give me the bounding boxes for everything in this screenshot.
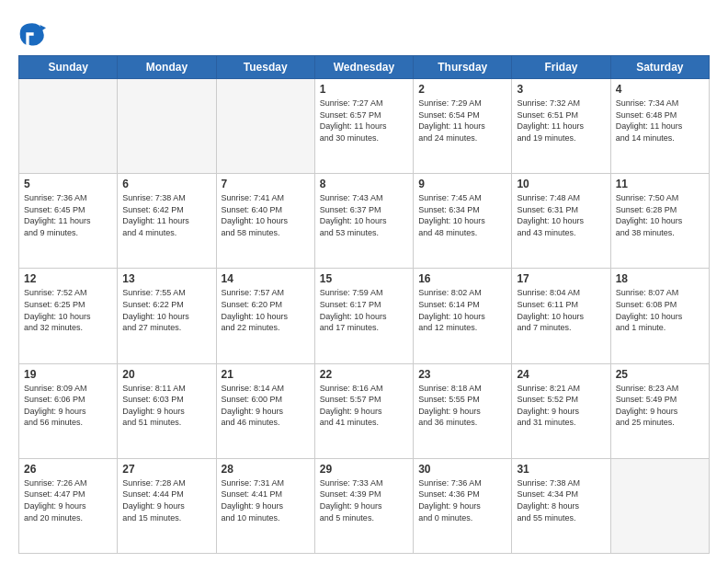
day-number: 12 xyxy=(24,272,112,285)
day-number: 29 xyxy=(320,463,408,476)
weekday-saturday: Saturday xyxy=(610,56,709,79)
day-info: Sunrise: 7:45 AM Sunset: 6:34 PM Dayligh… xyxy=(418,192,506,238)
day-info: Sunrise: 8:18 AM Sunset: 5:55 PM Dayligh… xyxy=(418,383,506,429)
calendar-week-3: 12Sunrise: 7:52 AM Sunset: 6:25 PM Dayli… xyxy=(19,269,710,363)
header xyxy=(18,17,710,48)
day-info: Sunrise: 7:36 AM Sunset: 4:36 PM Dayligh… xyxy=(418,477,506,523)
day-number: 6 xyxy=(122,178,210,190)
day-number: 23 xyxy=(418,368,506,381)
day-info: Sunrise: 7:32 AM Sunset: 6:51 PM Dayligh… xyxy=(517,98,605,144)
day-number: 4 xyxy=(616,83,704,96)
day-number: 15 xyxy=(320,272,408,285)
calendar-cell xyxy=(19,79,118,174)
page: SundayMondayTuesdayWednesdayThursdayFrid… xyxy=(0,0,728,563)
calendar-cell: 22Sunrise: 8:16 AM Sunset: 5:57 PM Dayli… xyxy=(314,363,413,458)
calendar-cell: 24Sunrise: 8:21 AM Sunset: 5:52 PM Dayli… xyxy=(512,363,610,458)
calendar-cell: 4Sunrise: 7:34 AM Sunset: 6:48 PM Daylig… xyxy=(610,79,709,174)
calendar-cell: 14Sunrise: 7:57 AM Sunset: 6:20 PM Dayli… xyxy=(216,269,314,363)
calendar-cell: 28Sunrise: 7:31 AM Sunset: 4:41 PM Dayli… xyxy=(216,458,314,553)
calendar-cell: 16Sunrise: 8:02 AM Sunset: 6:14 PM Dayli… xyxy=(414,269,512,363)
calendar-cell: 27Sunrise: 7:28 AM Sunset: 4:44 PM Dayli… xyxy=(118,458,216,553)
day-number: 10 xyxy=(517,178,605,190)
weekday-thursday: Thursday xyxy=(414,56,512,79)
day-number: 14 xyxy=(222,272,310,285)
day-info: Sunrise: 7:34 AM Sunset: 6:48 PM Dayligh… xyxy=(616,98,704,144)
calendar-cell: 6Sunrise: 7:38 AM Sunset: 6:42 PM Daylig… xyxy=(118,174,216,269)
day-info: Sunrise: 8:04 AM Sunset: 6:11 PM Dayligh… xyxy=(517,287,605,333)
day-info: Sunrise: 7:28 AM Sunset: 4:44 PM Dayligh… xyxy=(122,477,210,523)
calendar-cell xyxy=(118,79,216,174)
calendar-cell: 10Sunrise: 7:48 AM Sunset: 6:31 PM Dayli… xyxy=(512,174,610,269)
day-number: 25 xyxy=(616,368,704,381)
calendar-cell: 21Sunrise: 8:14 AM Sunset: 6:00 PM Dayli… xyxy=(216,363,314,458)
calendar-cell: 17Sunrise: 8:04 AM Sunset: 6:11 PM Dayli… xyxy=(512,269,610,363)
day-info: Sunrise: 8:14 AM Sunset: 6:00 PM Dayligh… xyxy=(222,383,310,429)
day-info: Sunrise: 7:27 AM Sunset: 6:57 PM Dayligh… xyxy=(320,98,408,144)
calendar-cell: 11Sunrise: 7:50 AM Sunset: 6:28 PM Dayli… xyxy=(610,174,709,269)
day-number: 31 xyxy=(517,463,605,476)
calendar-cell: 1Sunrise: 7:27 AM Sunset: 6:57 PM Daylig… xyxy=(314,79,413,174)
day-number: 9 xyxy=(418,178,506,190)
calendar-week-5: 26Sunrise: 7:26 AM Sunset: 4:47 PM Dayli… xyxy=(19,458,710,553)
day-number: 16 xyxy=(418,272,506,285)
calendar-cell: 19Sunrise: 8:09 AM Sunset: 6:06 PM Dayli… xyxy=(19,363,118,458)
calendar-cell: 18Sunrise: 8:07 AM Sunset: 6:08 PM Dayli… xyxy=(610,269,709,363)
day-number: 18 xyxy=(616,272,704,285)
calendar-cell: 13Sunrise: 7:55 AM Sunset: 6:22 PM Dayli… xyxy=(118,269,216,363)
calendar-table: SundayMondayTuesdayWednesdayThursdayFrid… xyxy=(18,55,710,554)
weekday-tuesday: Tuesday xyxy=(216,56,314,79)
day-number: 2 xyxy=(418,83,506,96)
day-number: 3 xyxy=(517,83,605,96)
calendar-cell: 26Sunrise: 7:26 AM Sunset: 4:47 PM Dayli… xyxy=(19,458,118,553)
day-info: Sunrise: 8:02 AM Sunset: 6:14 PM Dayligh… xyxy=(418,287,506,333)
day-info: Sunrise: 8:09 AM Sunset: 6:06 PM Dayligh… xyxy=(24,383,112,429)
day-number: 7 xyxy=(222,178,310,190)
weekday-header-row: SundayMondayTuesdayWednesdayThursdayFrid… xyxy=(19,56,710,79)
weekday-sunday: Sunday xyxy=(19,56,118,79)
calendar-cell: 30Sunrise: 7:36 AM Sunset: 4:36 PM Dayli… xyxy=(414,458,512,553)
day-info: Sunrise: 8:07 AM Sunset: 6:08 PM Dayligh… xyxy=(616,287,704,333)
day-info: Sunrise: 7:55 AM Sunset: 6:22 PM Dayligh… xyxy=(122,287,210,333)
day-info: Sunrise: 7:29 AM Sunset: 6:54 PM Dayligh… xyxy=(418,98,506,144)
day-number: 11 xyxy=(616,178,704,190)
day-number: 19 xyxy=(24,368,112,381)
day-info: Sunrise: 7:33 AM Sunset: 4:39 PM Dayligh… xyxy=(320,477,408,523)
day-info: Sunrise: 7:38 AM Sunset: 6:42 PM Dayligh… xyxy=(122,192,210,238)
day-info: Sunrise: 7:50 AM Sunset: 6:28 PM Dayligh… xyxy=(616,192,704,238)
day-info: Sunrise: 7:43 AM Sunset: 6:37 PM Dayligh… xyxy=(320,192,408,238)
calendar-cell: 9Sunrise: 7:45 AM Sunset: 6:34 PM Daylig… xyxy=(414,174,512,269)
day-info: Sunrise: 7:36 AM Sunset: 6:45 PM Dayligh… xyxy=(24,192,112,238)
day-info: Sunrise: 7:26 AM Sunset: 4:47 PM Dayligh… xyxy=(24,477,112,523)
day-info: Sunrise: 7:48 AM Sunset: 6:31 PM Dayligh… xyxy=(517,192,605,238)
day-info: Sunrise: 8:21 AM Sunset: 5:52 PM Dayligh… xyxy=(517,383,605,429)
calendar-cell: 7Sunrise: 7:41 AM Sunset: 6:40 PM Daylig… xyxy=(216,174,314,269)
calendar-cell xyxy=(216,79,314,174)
calendar-cell: 20Sunrise: 8:11 AM Sunset: 6:03 PM Dayli… xyxy=(118,363,216,458)
day-number: 26 xyxy=(24,463,112,476)
day-number: 30 xyxy=(418,463,506,476)
calendar-cell: 25Sunrise: 8:23 AM Sunset: 5:49 PM Dayli… xyxy=(610,363,709,458)
logo-icon xyxy=(18,20,46,48)
calendar-week-4: 19Sunrise: 8:09 AM Sunset: 6:06 PM Dayli… xyxy=(19,363,710,458)
day-number: 21 xyxy=(222,368,310,381)
day-info: Sunrise: 7:52 AM Sunset: 6:25 PM Dayligh… xyxy=(24,287,112,333)
day-number: 28 xyxy=(222,463,310,476)
calendar-cell: 3Sunrise: 7:32 AM Sunset: 6:51 PM Daylig… xyxy=(512,79,610,174)
day-number: 17 xyxy=(517,272,605,285)
calendar-cell: 2Sunrise: 7:29 AM Sunset: 6:54 PM Daylig… xyxy=(414,79,512,174)
day-number: 1 xyxy=(320,83,408,96)
weekday-wednesday: Wednesday xyxy=(314,56,413,79)
calendar-cell xyxy=(610,458,709,553)
day-info: Sunrise: 7:41 AM Sunset: 6:40 PM Dayligh… xyxy=(222,192,310,238)
calendar-cell: 5Sunrise: 7:36 AM Sunset: 6:45 PM Daylig… xyxy=(19,174,118,269)
logo xyxy=(18,20,50,48)
day-info: Sunrise: 7:31 AM Sunset: 4:41 PM Dayligh… xyxy=(222,477,310,523)
day-info: Sunrise: 7:38 AM Sunset: 4:34 PM Dayligh… xyxy=(517,477,605,523)
calendar-cell: 31Sunrise: 7:38 AM Sunset: 4:34 PM Dayli… xyxy=(512,458,610,553)
day-number: 8 xyxy=(320,178,408,190)
day-number: 20 xyxy=(122,368,210,381)
day-info: Sunrise: 7:57 AM Sunset: 6:20 PM Dayligh… xyxy=(222,287,310,333)
calendar-cell: 8Sunrise: 7:43 AM Sunset: 6:37 PM Daylig… xyxy=(314,174,413,269)
weekday-monday: Monday xyxy=(118,56,216,79)
day-number: 22 xyxy=(320,368,408,381)
